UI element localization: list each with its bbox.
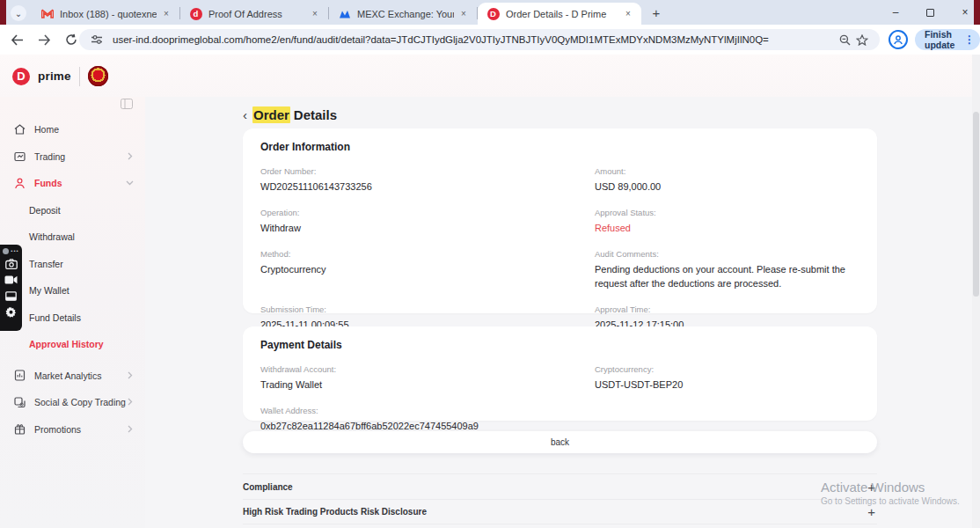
accordion-label: Compliance <box>243 482 293 492</box>
recorder-menu-icon[interactable]: ••• <box>11 248 18 253</box>
status-badge: Refused <box>595 222 878 236</box>
field-value: Cryptocurrency <box>260 263 574 277</box>
high-risk-disclosure-accordion[interactable]: High Risk Trading Products Risk Disclosu… <box>243 499 877 524</box>
chevron-down-icon <box>126 179 135 187</box>
forward-button[interactable] <box>33 29 55 50</box>
scrollbar-thumb[interactable] <box>973 112 979 297</box>
tab-order-details-active[interactable]: D Order Details - D Prime × <box>478 3 641 25</box>
tab-mexc[interactable]: MEXC Exchange: Your Easiest W × <box>329 3 477 25</box>
field-label: Audit Comments: <box>595 249 878 259</box>
back-button-pill[interactable]: back <box>243 431 877 453</box>
tab-gmail-inbox[interactable]: Inbox (188) - quotexnew2001@ × <box>32 3 179 25</box>
close-icon[interactable]: × <box>622 8 634 20</box>
main-content: ‹ Order Details Order Information Order … <box>145 97 980 528</box>
sidebar-item-funds[interactable]: Funds <box>0 170 145 197</box>
page-title-highlight: Order <box>252 106 290 123</box>
order-information-card: Order Information Order Number: WD202511… <box>243 128 877 313</box>
sidebar-collapse-icon[interactable] <box>121 99 133 109</box>
sidebar-item-home[interactable]: Home <box>0 116 145 143</box>
field-cryptocurrency: Cryptocurrency: USDT-USDT-BEP20 <box>595 364 859 392</box>
chevron-right-icon <box>126 371 135 380</box>
chevron-right-icon <box>126 425 135 434</box>
manutd-crest-icon <box>88 66 108 86</box>
card-title: Order Information <box>260 141 859 153</box>
video-record-icon[interactable] <box>4 274 18 286</box>
finish-update-label: Finish update <box>925 29 959 50</box>
new-tab-button[interactable]: + <box>647 3 666 22</box>
field-label: Withdrawal Account: <box>260 364 574 374</box>
sidebar-item-social-copy-trading[interactable]: Social & Copy Trading <box>0 389 145 416</box>
tab-title: Inbox (188) - quotexnew2001@ <box>60 9 157 19</box>
sidebar-item-label: Home <box>34 124 135 135</box>
sidebar-item-label: Funds <box>34 178 126 188</box>
window-capture-icon[interactable] <box>4 290 18 302</box>
sidebar-item-withdrawal[interactable]: Withdrawal <box>0 224 145 251</box>
payment-grid: Withdrawal Account: Trading Wallet Crypt… <box>260 364 859 434</box>
close-icon[interactable]: × <box>457 8 470 20</box>
site-settings-icon[interactable] <box>88 31 106 48</box>
back-chevron-icon[interactable]: ‹ <box>243 107 247 122</box>
field-label: Approval Status: <box>595 208 878 217</box>
window-close-button[interactable]: × <box>959 6 971 18</box>
field-label: Cryptocurrency: <box>595 364 859 374</box>
field-order-number: Order Number: WD202511106143733256 <box>260 166 574 194</box>
zoom-icon[interactable] <box>836 31 853 48</box>
screenshot-camera-icon[interactable] <box>4 258 18 270</box>
close-icon[interactable]: × <box>309 8 321 20</box>
field-approval-status: Approval Status: Refused <box>595 208 878 236</box>
sidebar-item-promotions[interactable]: Promotions <box>0 416 145 444</box>
promotions-gift-icon <box>14 423 26 435</box>
field-withdrawal-account: Withdrawal Account: Trading Wallet <box>260 364 574 392</box>
chevron-down-icon: ⌄ <box>15 9 22 18</box>
field-label: Approval Time: <box>595 304 878 314</box>
restore-button[interactable] <box>926 9 934 17</box>
page-title-rest: Details <box>294 107 337 122</box>
field-value: Withdraw <box>260 222 574 236</box>
window-edge-left <box>0 0 6 25</box>
market-analytics-icon <box>14 370 26 381</box>
sidebar-item-market-analytics[interactable]: Market Analytics <box>0 363 145 390</box>
recorder-logo-icon <box>3 248 9 254</box>
sidebar-item-trading[interactable]: Trading <box>0 143 145 171</box>
plus-icon[interactable]: + <box>867 480 875 495</box>
chevron-right-icon <box>126 398 135 407</box>
page-title: ‹ Order Details <box>243 106 337 123</box>
trading-icon <box>14 150 26 162</box>
browser-menu-icon[interactable]: ⋮ <box>964 33 975 46</box>
profile-avatar[interactable] <box>889 30 908 49</box>
browser-tab-strip: ⌄ Inbox (188) - quotexnew2001@ × d Proof… <box>0 0 980 25</box>
sidebar-item-label: Social & Copy Trading <box>34 397 126 407</box>
tab-search-button[interactable]: ⌄ <box>11 5 26 21</box>
close-icon[interactable]: × <box>160 8 172 20</box>
field-label: Submission Time: <box>260 304 574 314</box>
field-label: Method: <box>260 249 574 259</box>
compliance-accordion[interactable]: Compliance + <box>243 473 877 499</box>
field-audit-comments: Audit Comments: Pending deductions on yo… <box>595 249 878 291</box>
footer-accordions: Compliance + High Risk Trading Products … <box>243 473 877 524</box>
field-value: WD202511106143733256 <box>260 180 574 194</box>
chevron-right-icon <box>126 152 135 161</box>
page-scrollbar[interactable] <box>972 55 980 528</box>
brand-divider <box>79 67 80 86</box>
sidebar-item-deposit[interactable]: Deposit <box>0 197 145 224</box>
field-label: Operation: <box>260 208 574 217</box>
tab-title: Order Details - D Prime <box>506 9 618 19</box>
accordion-label: High Risk Trading Products Risk Disclosu… <box>243 507 427 517</box>
app-header: D prime Wallet USD 165,036.00 ▾ Deposit … <box>0 55 980 97</box>
finish-update-button[interactable]: Finish update ⋮ <box>915 29 980 50</box>
minimize-button[interactable]: – <box>889 6 902 18</box>
funds-person-icon <box>14 178 26 189</box>
gear-icon[interactable] <box>4 305 18 318</box>
url-bar[interactable]: user-ind.dooprimeglobal.com/home2/en/fun… <box>79 29 880 50</box>
bookmark-star-icon[interactable] <box>853 31 871 48</box>
url-text[interactable]: user-ind.dooprimeglobal.com/home2/en/fun… <box>113 34 836 45</box>
field-value: USDT-USDT-BEP20 <box>595 378 859 392</box>
sidebar-item-approval-history[interactable]: Approval History <box>0 331 145 358</box>
gmail-icon <box>40 7 54 20</box>
window-edge-right <box>974 0 980 25</box>
back-button[interactable] <box>6 29 27 50</box>
home-icon <box>14 124 26 136</box>
plus-icon[interactable]: + <box>867 504 875 519</box>
order-info-grid: Order Number: WD202511106143733256 Amoun… <box>260 166 859 333</box>
tab-proof-of-address[interactable]: d Proof Of Address × <box>180 3 328 25</box>
